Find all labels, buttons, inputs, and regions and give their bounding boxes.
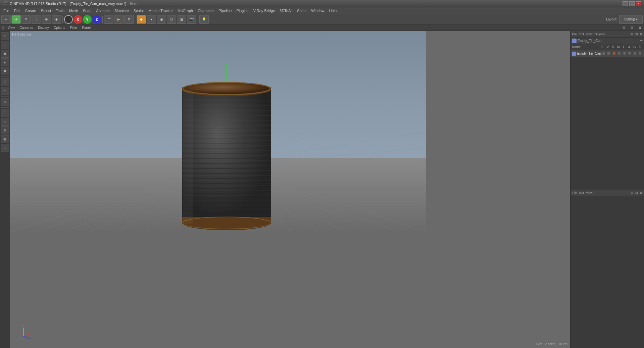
col-a-header: A — [627, 45, 632, 49]
mode-button-4[interactable]: ⊕ — [42, 15, 51, 24]
col-v-header: V — [605, 45, 610, 49]
attr-icon-3[interactable]: ⊠ — [640, 191, 643, 194]
object-mode-button[interactable]: ◆ — [137, 15, 146, 24]
minimize-button[interactable]: — — [623, 1, 628, 6]
svg-line-98 — [23, 333, 32, 336]
tool-icon-4[interactable]: ◈ — [1, 58, 9, 66]
texture-mode-button[interactable]: 📷 — [187, 15, 196, 24]
window-title: CINEMA 4D R17.016 Studio (R17) - [Empty_… — [10, 2, 623, 6]
mode-button-5[interactable]: ◈ — [52, 15, 61, 24]
render-all-button[interactable]: ⚙ — [124, 15, 134, 24]
menu-script[interactable]: Script — [295, 8, 308, 13]
render-button[interactable]: ▶ — [114, 15, 123, 24]
sidebar-sep-3 — [1, 107, 9, 108]
axis-z-button[interactable]: Z — [92, 15, 101, 24]
menu-mesh[interactable]: Mesh — [67, 8, 80, 13]
panel-header-edit[interactable]: Edit — [579, 33, 584, 36]
attr-file[interactable]: File — [572, 191, 577, 194]
status-cameras[interactable]: Cameras — [18, 25, 34, 30]
menu-character[interactable]: Character — [196, 8, 216, 13]
panel-header-objects[interactable]: Objects — [594, 33, 605, 36]
menu-pipeline[interactable]: Pipeline — [216, 8, 234, 13]
attr-view[interactable]: View — [586, 191, 592, 194]
menu-animate[interactable]: Animate — [94, 8, 112, 13]
menu-simulate[interactable]: Simulate — [112, 8, 131, 13]
tool-icon-5[interactable]: ⬣ — [1, 67, 9, 75]
tool-icon-8[interactable]: $ — [1, 98, 9, 106]
menu-3dtoall[interactable]: 3DToAll — [278, 8, 294, 13]
viewport-icon-2[interactable]: ⊟ — [629, 25, 635, 31]
attr-edit[interactable]: Edit — [579, 191, 584, 194]
toolbar-sep-1 — [62, 16, 63, 23]
axis-x-button[interactable]: X — [73, 15, 82, 24]
menu-snap[interactable]: Snap — [81, 8, 94, 13]
object-name: Empty_Tin_Can — [577, 52, 601, 55]
toolbar-sep-4 — [198, 16, 198, 23]
tool-icon-12[interactable]: ▦ — [1, 135, 9, 143]
dot-l — [623, 52, 626, 55]
tool-icon-9[interactable]: ⌒ — [1, 109, 9, 117]
menu-motion-tracker[interactable]: Motion Tracker — [146, 8, 175, 13]
3d-viewport[interactable]: Perspective Grid Spacing : 10 cm X Y Z — [10, 31, 570, 348]
breadcrumb-edit-icon[interactable]: ✏ — [640, 39, 643, 43]
tool-pointer[interactable]: ↖ — [1, 32, 9, 40]
polygon-mode-button[interactable]: ● — [147, 15, 156, 24]
layout-label: Layout: — [606, 17, 617, 21]
panel-icon-1[interactable]: ⊞ — [631, 33, 633, 36]
main-toolbar: ↩ ✚ ⟳ ↕ ⊕ ◈ ○ X Y Z 🎬 ▶ ⚙ ◆ ● ◉ ⬡ ▦ 📷 💡 … — [0, 14, 644, 25]
mode-button-2[interactable]: ⟳ — [21, 15, 31, 24]
close-button[interactable]: ✕ — [636, 1, 641, 6]
menu-help[interactable]: Help — [327, 8, 339, 13]
menu-file[interactable]: File — [1, 8, 11, 13]
mode-button-3[interactable]: ↕ — [32, 15, 41, 24]
menu-plugins[interactable]: Plugins — [234, 8, 250, 13]
menu-tools[interactable]: Tools — [54, 8, 66, 13]
dot-v — [607, 52, 610, 55]
object-list-item[interactable]: Empty_Tin_Can — [571, 50, 644, 57]
right-panel: File Edit View Objects ⊞ ⊟ ⊠ Empty_Tin_C… — [570, 31, 644, 348]
menu-window[interactable]: Window — [309, 8, 326, 13]
panel-header-view[interactable]: View — [586, 33, 592, 36]
tool-icon-13[interactable]: ⬡ — [1, 144, 9, 152]
snap-button[interactable]: 💡 — [199, 15, 209, 24]
svg-text:Z: Z — [31, 337, 32, 340]
mode-button-1[interactable]: ✚ — [11, 15, 21, 24]
viewport-icon-1[interactable]: ⊞ — [621, 25, 627, 31]
menu-select[interactable]: Select — [39, 8, 53, 13]
menu-sculpt[interactable]: Sculpt — [132, 8, 146, 13]
app-icon: 🎬 — [3, 1, 8, 6]
menu-create[interactable]: Create — [23, 8, 38, 13]
status-view[interactable]: View — [7, 25, 16, 30]
menu-edit[interactable]: Edit — [12, 8, 22, 13]
panel-header-file[interactable]: File — [572, 33, 577, 36]
menu-vray[interactable]: V-Ray Bridge — [251, 8, 277, 13]
tool-icon-2[interactable]: ⬡ — [1, 41, 9, 49]
panel-icon-2[interactable]: ⊟ — [635, 33, 638, 36]
tool-icon-3[interactable]: ⬢ — [1, 50, 9, 58]
status-panel[interactable]: Panel — [81, 25, 92, 30]
undo-button[interactable]: ↩ — [1, 15, 11, 24]
maximize-button[interactable]: □ — [629, 1, 635, 6]
breadcrumb-row: Empty_Tin_Can ✏ — [571, 38, 644, 44]
layout-dropdown[interactable]: Startup ▾ — [619, 15, 643, 24]
render-region-button[interactable]: 🎬 — [104, 15, 113, 24]
point-mode-button[interactable]: ⬡ — [167, 15, 176, 24]
edge-mode-button[interactable]: ◉ — [157, 15, 166, 24]
panel-icon-3[interactable]: ⊠ — [640, 33, 643, 36]
status-filter[interactable]: Filter — [69, 25, 78, 30]
status-display[interactable]: Display — [37, 25, 50, 30]
attr-icon-2[interactable]: ⊟ — [635, 191, 638, 194]
tool-icon-10[interactable]: ⊃ — [1, 118, 9, 126]
viewport-icon-3[interactable]: ⊠ — [637, 25, 643, 31]
object-col-s — [601, 52, 606, 55]
tool-icon-7[interactable]: 〜 — [1, 87, 9, 95]
tool-icon-11[interactable]: ⊞ — [1, 126, 9, 134]
menu-mograph[interactable]: MoGraph — [176, 8, 195, 13]
status-options[interactable]: Options — [53, 25, 66, 30]
title-bar: 🎬 CINEMA 4D R17.016 Studio (R17) - [Empt… — [0, 0, 644, 7]
axis-ring-button[interactable]: ○ — [64, 15, 73, 24]
tool-icon-6[interactable]: ╱ — [1, 78, 9, 86]
axis-y-button[interactable]: Y — [83, 15, 92, 24]
uv-mode-button[interactable]: ▦ — [177, 15, 186, 24]
attr-icon-1[interactable]: ⊞ — [631, 191, 633, 194]
